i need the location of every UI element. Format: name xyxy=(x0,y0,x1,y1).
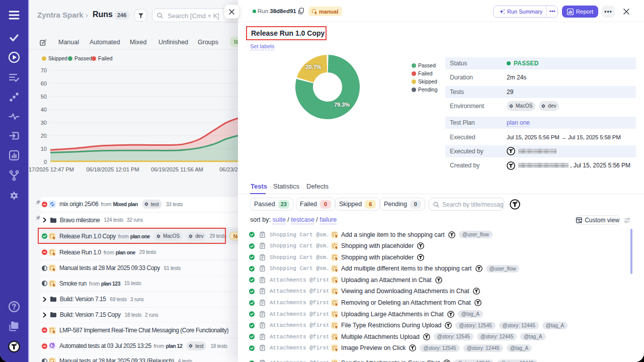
svg-text:06/19/2025 11:56 AM: 06/19/2025 11:56 AM xyxy=(151,166,203,172)
svg-text:20.7%: 20.7% xyxy=(305,64,321,70)
svg-text:0: 0 xyxy=(44,159,47,165)
svg-text:79.3%: 79.3% xyxy=(334,102,350,108)
svg-text:70: 70 xyxy=(41,67,47,73)
svg-text:60: 60 xyxy=(41,80,47,86)
svg-text:50: 50 xyxy=(41,94,47,100)
svg-text:17/2025 12:47 PM: 17/2025 12:47 PM xyxy=(29,166,74,172)
svg-text:10: 10 xyxy=(41,146,47,152)
svg-text:30: 30 xyxy=(41,120,47,126)
svg-text:06/18/2025 12:01 PM: 06/18/2025 12:01 PM xyxy=(86,166,139,172)
svg-text:40: 40 xyxy=(41,107,47,113)
svg-text:20: 20 xyxy=(41,133,47,139)
